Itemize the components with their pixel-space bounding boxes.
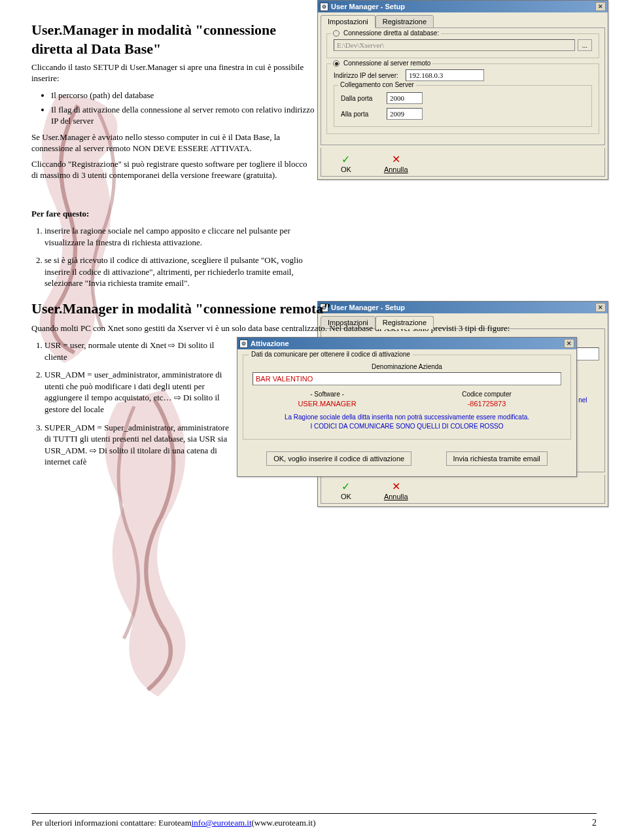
invia-email-button[interactable]: Invia richiesta tramite email (446, 451, 548, 466)
label-denominazione: Denominazione Azienda (253, 363, 561, 370)
app-icon: ⚙ (320, 3, 328, 11)
footer-email-link[interactable]: info@euroteam.it (192, 818, 252, 828)
close-icon[interactable]: ✕ (564, 339, 574, 348)
bullet-list: Il percorso (path) del database Il flag … (51, 90, 319, 127)
page-footer: Per ulteriori informazioni contattare: E… (31, 813, 597, 828)
label-software: - Software - (253, 391, 402, 398)
para-registrazione: Cliccando "Registrazione" si può registr… (31, 159, 313, 181)
note-codici-rosso: I CODICI DA COMUNICARE SONO QUELLI DI CO… (253, 423, 561, 430)
denominazione-input[interactable] (253, 372, 561, 385)
page-heading: User.Manager in modalità "connessione di… (31, 21, 313, 58)
heading-remota: User.Manager in modalità "connessione re… (31, 300, 597, 319)
per-fare-label: Per fare questo: (31, 209, 313, 220)
dialog-title: User Manager - Setup (331, 3, 405, 10)
label-dati-comunicare: Dati da comunicare per ottenere il codic… (249, 351, 413, 358)
tab-impostazioni[interactable]: Impostazioni (321, 15, 375, 28)
ok-inserire-codice-button[interactable]: OK, voglio inserire il codice di attivaz… (266, 451, 411, 466)
app-icon: ⚙ (239, 340, 248, 348)
software-value: USER.MANAGER (253, 400, 402, 408)
dialog-titlebar: ⚙ User Manager - Setup ✕ (318, 1, 608, 12)
steps-list: inserire la ragione sociale nel campo ap… (44, 225, 313, 289)
ok-button[interactable]: ✓OK (341, 480, 351, 500)
annulla-button[interactable]: ✕Annulla (384, 480, 408, 500)
dialog-titlebar: ⚙ Attivazione ✕ (237, 338, 576, 349)
note-ragione: La Ragione sociale della ditta inserita … (253, 413, 561, 421)
attivazione-dialog: ⚙ Attivazione ✕ Dati da comunicare per o… (237, 337, 577, 477)
label-codice-computer: Codice computer (412, 391, 561, 398)
page-number: 2 (592, 818, 597, 828)
codice-computer-value: -861725873 (412, 400, 561, 408)
close-icon[interactable]: ✕ (595, 2, 606, 11)
dialog-title: Attivazione (251, 340, 289, 347)
intro-text: Cliccando il tasto SETUP di User.Manager… (31, 62, 313, 84)
remota-intro: Quando molti PC con Xnet sono gestiti da… (31, 323, 597, 334)
tab-registrazione[interactable]: Registrazione (375, 316, 434, 329)
para-avviato: Se User.Manager è avviato nello stesso c… (31, 132, 313, 154)
close-icon[interactable]: ✕ (595, 303, 606, 312)
